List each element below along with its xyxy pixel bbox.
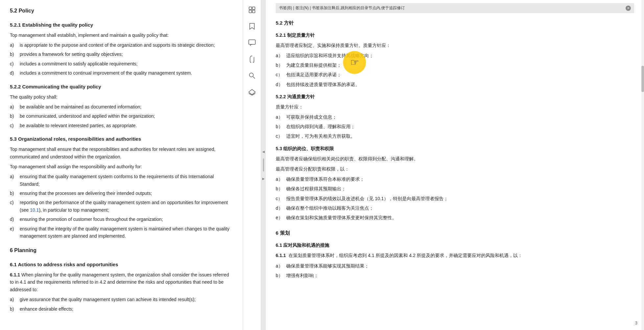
- list-item: a） 确保质量管理体系能够实现其预期结果；: [276, 262, 634, 270]
- list-item: d） 包括持续改进质量管理体系的承诺。: [276, 81, 634, 89]
- list-item: e） 确保在策划和实施质量管理体系变更时保持其完整性。: [276, 214, 634, 222]
- section-521-intro: Top management shall establish, implemen…: [10, 32, 233, 39]
- list-item: c） 包括满足适用要求的承诺；: [276, 71, 634, 79]
- right-61-heading: 6.1 应对风险和机遇的措施: [276, 241, 634, 249]
- right-521-items: a） 适应组织的宗旨和环境并支持其战略方向； b） 为建立质量目标提供框架； c…: [276, 52, 634, 89]
- right-611-label: 6.1.1: [276, 253, 286, 258]
- right-611-items: a） 确保质量管理体系能够实现其预期结果； b） 增强有利影响；: [276, 262, 634, 280]
- section-52-heading: 5.2 Policy: [10, 7, 233, 15]
- pages-icon[interactable]: [245, 3, 259, 16]
- list-item: b） 在组织内得到沟通、理解和应用；: [276, 123, 634, 131]
- right-chinese-panel: 书签(B) | 签注(N) | 书签添加注释后,跳到相应的目录节点内,便于追踪修…: [266, 0, 644, 330]
- list-item: c） 适宜时，可为有关相关方所获取。: [276, 132, 634, 140]
- attachment-icon[interactable]: [245, 53, 259, 66]
- section-61-heading: 6.1 Actions to address risks and opportu…: [10, 261, 233, 269]
- right-53-items: a） 确保质量管理体系符合本标准的要求； b） 确保各过程获得其预期输出； c）…: [276, 175, 634, 222]
- right-53-intro2: 最高管理者应分配职责和权限，以：: [276, 165, 634, 173]
- top-bar: 书签(B) | 签注(N) | 书签添加注释后,跳到相应的目录节点内,便于追踪修…: [276, 3, 634, 13]
- list-item: e) ensuring that the integrity of the qu…: [10, 225, 233, 240]
- list-item: c) includes a commitment to satisfy appl…: [10, 60, 233, 67]
- section-611-label: 6.1.1 When planning for the quality mana…: [10, 271, 233, 293]
- bookmark-icon[interactable]: [245, 20, 259, 33]
- section-611-items: a) give assurance that the quality manag…: [10, 296, 233, 313]
- comment-icon[interactable]: [245, 36, 259, 49]
- list-item: d) ensuring the promotion of customer fo…: [10, 216, 233, 223]
- scrollbar-thumb[interactable]: [641, 66, 644, 92]
- section-53-intro: Top management shall ensure that the res…: [10, 146, 233, 160]
- list-item: b) provides a framework for setting qual…: [10, 51, 233, 58]
- list-item: a） 适应组织的宗旨和环境并支持其战略方向；: [276, 52, 634, 60]
- collapse-left-arrow[interactable]: ◀: [261, 147, 266, 156]
- expand-right-arrow[interactable]: ▶: [261, 174, 266, 183]
- section-522-heading: 5.2.2 Communicating the quality policy: [10, 83, 233, 91]
- layers-icon[interactable]: [245, 85, 259, 99]
- section-522-intro: The quality policy shall:: [10, 93, 233, 101]
- close-icon[interactable]: ✕: [626, 6, 631, 11]
- search-icon[interactable]: [245, 69, 259, 82]
- list-item: d） 确保在整个组织中推动以顾客为关注焦点；: [276, 204, 634, 212]
- right-53-intro: 最高管理者应确保组织相关岗位的职责、权限得到分配、沟通和理解。: [276, 155, 634, 163]
- left-english-panel: 5.2 Policy 5.2.1 Establishing the qualit…: [0, 0, 243, 330]
- right-section-52: 5.2 方针 5.2.1 制定质量方针 最高管理者应制定、实施和保持质量方针。质…: [276, 18, 634, 280]
- section-522-items: a) be available and be maintained as doc…: [10, 103, 233, 129]
- section-521-items: a) is appropriate to the purpose and con…: [10, 41, 233, 77]
- svg-rect-3: [252, 10, 255, 13]
- list-item: a) be available and be maintained as doc…: [10, 103, 233, 110]
- list-item: a） 可获取并保持成文信息；: [276, 113, 634, 121]
- list-item: b） 增强有利影响；: [276, 271, 634, 280]
- page-number: 3: [635, 319, 637, 327]
- right-521-intro: 最高管理者应制定、实施和保持质量方针。质量方针应：: [276, 41, 634, 50]
- svg-rect-4: [249, 40, 255, 44]
- top-bar-text: 书签(B) | 签注(N) | 书签添加注释后,跳到相应的目录节点内,便于追踪修…: [279, 5, 405, 12]
- right-6-heading: 6 策划: [276, 228, 634, 237]
- list-item: d) includes a commitment to continual im…: [10, 69, 233, 77]
- link-10-1[interactable]: 10.1: [30, 207, 39, 213]
- section-521-heading: 5.2.1 Establishing the quality policy: [10, 21, 233, 29]
- list-item: b) ensuring that the processes are deliv…: [10, 190, 233, 197]
- svg-point-5: [249, 73, 253, 77]
- sidebar-icons-panel: [243, 0, 261, 330]
- list-item: a) is appropriate to the purpose and con…: [10, 41, 233, 49]
- section-53-items: a) ensuring that the quality management …: [10, 173, 233, 240]
- right-522-heading: 5.2.2 沟通质量方针: [276, 93, 634, 101]
- list-item: c) reporting on the performance of the q…: [10, 199, 233, 214]
- list-item: c） 报告质量管理体系的绩效以及改进机会（见 10.1），特别是向最高管理者报告…: [276, 195, 634, 203]
- svg-line-6: [253, 77, 255, 79]
- right-611-text: 6.1.1 在策划质量管理体系时，组织应考虑到 4.1 所提及的因素和 4.2 …: [276, 251, 634, 260]
- list-item: c) be available to relevant interested p…: [10, 122, 233, 129]
- list-item: b) enhance desirable effects;: [10, 305, 233, 313]
- scrollbar-track[interactable]: [641, 0, 644, 330]
- list-item: b） 确保各过程获得其预期输出；: [276, 185, 634, 193]
- list-item: a) ensuring that the quality management …: [10, 173, 233, 188]
- right-522-intro: 质量方针应：: [276, 103, 634, 111]
- svg-rect-1: [252, 7, 255, 10]
- right-52-heading: 5.2 方针: [276, 18, 634, 27]
- right-53-heading: 5.3 组织的岗位、职责和权限: [276, 145, 634, 153]
- list-item: b) be communicated, understood and appli…: [10, 112, 233, 120]
- list-item: b） 为建立质量目标提供框架；: [276, 61, 634, 69]
- section-53-heading: 5.3 Organizational roles, responsibiliti…: [10, 135, 233, 143]
- svg-rect-0: [249, 7, 252, 10]
- right-521-heading: 5.2.1 制定质量方针: [276, 31, 634, 39]
- svg-rect-2: [249, 10, 252, 13]
- right-522-items: a） 可获取并保持成文信息； b） 在组织内得到沟通、理解和应用； c） 适宜时…: [276, 113, 634, 141]
- list-item: a） 确保质量管理体系符合本标准的要求；: [276, 175, 634, 183]
- right-611-content: 在策划质量管理体系时，组织应考虑到 4.1 所提及的因素和 4.2 所提及的要求…: [288, 253, 522, 258]
- list-item: a) give assurance that the quality manag…: [10, 296, 233, 303]
- section-53-intro2: Top management shall assign the responsi…: [10, 163, 233, 170]
- panel-divider[interactable]: ◀ ▶: [261, 0, 266, 330]
- section-6-heading: 6 Planning: [10, 246, 233, 255]
